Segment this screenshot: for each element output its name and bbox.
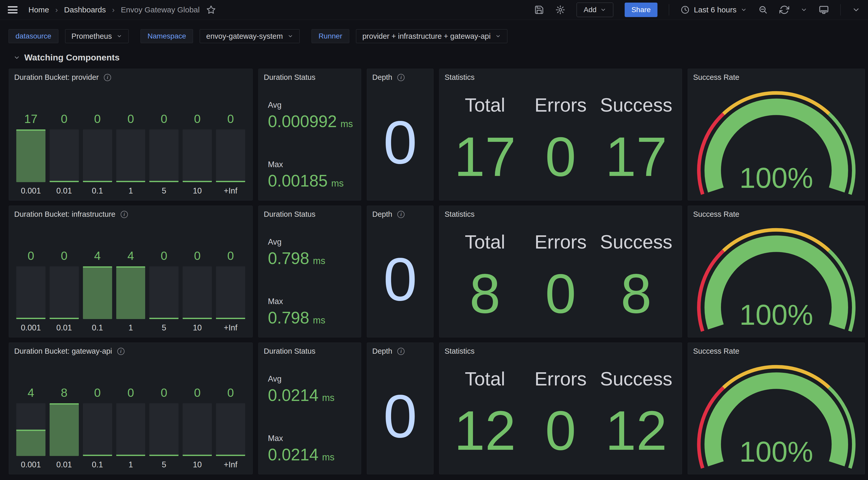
stat-value: 17 <box>605 120 667 193</box>
bar-x-label: 10 <box>183 456 212 470</box>
stat-header: Total <box>465 90 505 120</box>
panel-title[interactable]: Depth i <box>372 347 405 356</box>
stat-label: Avg <box>268 237 325 247</box>
filter-datasource-value[interactable]: Prometheus <box>65 29 129 43</box>
bar-track <box>50 129 79 182</box>
section-title: Watching Components <box>24 53 120 62</box>
bar-value-label: 0 <box>149 382 179 403</box>
info-icon[interactable]: i <box>397 211 405 218</box>
stat-total: Total 12 <box>447 363 523 467</box>
bar-fill <box>50 403 79 456</box>
share-button[interactable]: Share <box>625 3 657 17</box>
bar-track <box>116 129 146 182</box>
stat-value: 0.00185 <box>268 171 328 190</box>
kiosk-monitor-icon[interactable] <box>819 5 829 15</box>
panel-depth: Depth i 0 <box>367 206 433 337</box>
max-duration-stat: Max 0.00185ms <box>268 160 344 190</box>
bar-track <box>83 129 112 182</box>
stat-value: 0.0214 <box>268 445 318 464</box>
refresh-icon[interactable] <box>779 5 789 15</box>
info-icon[interactable]: i <box>121 211 128 218</box>
chevron-down-icon <box>117 33 122 39</box>
stat-value: 0 <box>545 120 576 193</box>
panel-title[interactable]: Statistics <box>444 210 474 218</box>
avg-duration-stat: Avg 0.798ms <box>268 237 325 268</box>
gauge-value-label: 100% <box>739 162 813 194</box>
panel-title[interactable]: Depth i <box>372 73 405 82</box>
save-dashboard-icon[interactable] <box>534 5 544 15</box>
depth-value: 0 <box>367 343 433 474</box>
star-favorite-icon[interactable] <box>207 5 216 14</box>
panel-title[interactable]: Statistics <box>444 347 474 356</box>
info-icon[interactable]: i <box>397 348 405 355</box>
filter-namespace-value[interactable]: envoy-gateway-system <box>200 29 300 43</box>
bucket-bar: 0 5 <box>149 245 179 332</box>
panel-title[interactable]: Duration Bucket: gateway-api i <box>14 347 125 356</box>
bar-x-label: 10 <box>183 319 212 332</box>
info-icon[interactable]: i <box>117 348 125 355</box>
stat-value: 0.798 <box>268 249 309 268</box>
bar-value-label: 0 <box>83 382 112 403</box>
panel-title[interactable]: Success Rate <box>693 73 739 82</box>
bar-fill <box>16 318 45 319</box>
breadcrumb-dashboards[interactable]: Dashboards <box>64 5 106 14</box>
bar-x-label: 0.001 <box>16 182 45 196</box>
bar-value-label: 0 <box>216 382 245 403</box>
bar-fill <box>149 455 179 456</box>
filter-runner-value[interactable]: provider + infrastructure + gateway-api <box>356 29 507 43</box>
filter-datasource-label[interactable]: datasource <box>8 29 58 43</box>
stat-total: Total 8 <box>447 227 523 330</box>
bar-x-label: 1 <box>116 456 146 470</box>
panel-title[interactable]: Depth i <box>372 210 405 218</box>
stat-unit: ms <box>340 119 353 129</box>
zoom-out-time-icon[interactable] <box>758 5 768 15</box>
bar-x-label: +Inf <box>216 319 245 332</box>
statistics-columns: Total 8 Errors 0 Success 8 <box>447 227 674 330</box>
panel-success-rate: Success Rate 100% <box>688 342 865 474</box>
panel-title[interactable]: Duration Status <box>264 210 315 218</box>
bar-track <box>83 266 112 319</box>
bar-value-label: 0 <box>50 245 79 266</box>
bar-value-label: 4 <box>16 382 45 403</box>
panel-title[interactable]: Success Rate <box>693 347 739 356</box>
bar-fill <box>183 181 212 182</box>
bar-value-label: 0 <box>216 108 245 129</box>
panel-title[interactable]: Duration Status <box>264 73 315 82</box>
info-icon[interactable]: i <box>104 74 111 81</box>
bar-track <box>16 129 45 182</box>
breadcrumb-home[interactable]: Home <box>28 5 49 14</box>
bar-track <box>149 266 179 319</box>
chevron-down-icon <box>600 7 606 13</box>
info-icon[interactable]: i <box>397 74 405 81</box>
bar-x-label: 5 <box>149 182 179 196</box>
panel-title[interactable]: Success Rate <box>693 210 739 218</box>
panel-title[interactable]: Duration Bucket: provider i <box>14 73 111 82</box>
panel-title[interactable]: Statistics <box>444 73 474 82</box>
dashboard-settings-gear-icon[interactable] <box>555 5 565 15</box>
bar-fill <box>116 181 146 182</box>
filter-runner-label[interactable]: Runner <box>312 29 349 43</box>
time-range-picker[interactable]: Last 6 hours <box>680 5 747 14</box>
bucket-bar: 0 0.1 <box>83 108 112 196</box>
stat-header: Errors <box>534 363 586 394</box>
menu-icon[interactable] <box>8 6 18 13</box>
stat-unit: ms <box>322 392 335 403</box>
bar-value-label: 17 <box>16 108 45 129</box>
chevron-down-icon <box>13 54 20 61</box>
stat-success: Success 17 <box>598 90 674 193</box>
bucket-bar: 0 0.01 <box>50 108 79 196</box>
panel-title[interactable]: Duration Bucket: infrastructure i <box>14 210 128 218</box>
row-section-watching-components[interactable]: Watching Components <box>13 53 120 62</box>
bar-fill <box>83 181 112 182</box>
add-button[interactable]: Add <box>577 3 613 17</box>
refresh-interval-chevron-icon[interactable] <box>801 6 807 13</box>
bar-fill <box>216 181 245 182</box>
bar-track <box>116 403 146 456</box>
bar-value-label: 0 <box>149 108 179 129</box>
toolbar-collapse-chevron-icon[interactable] <box>852 6 860 14</box>
panel-title[interactable]: Duration Status <box>264 347 315 356</box>
stat-success: Success 12 <box>598 363 674 467</box>
filter-namespace-label[interactable]: Namespace <box>141 29 193 43</box>
bar-track <box>83 403 112 456</box>
stat-errors: Errors 0 <box>523 90 598 193</box>
